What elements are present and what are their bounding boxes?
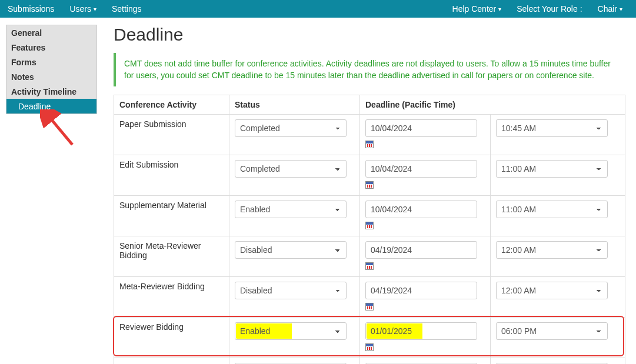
date-cell [360,276,491,317]
table-row: Supplementary MaterialEnabled11:00 AM [114,195,625,236]
activity-label: Reviewer Bidding [114,317,229,358]
time-select[interactable]: 10:45 AM [496,119,608,137]
calendar-icon[interactable] [365,343,374,351]
table-row: Edit SubmissionCompleted11:00 AM [114,155,625,195]
table-row: Meta-Review SubmissionDisabled12:00 AM [114,358,625,364]
calendar-icon[interactable] [365,222,374,229]
date-input[interactable] [365,241,477,259]
activity-label: Paper Submission [114,114,229,155]
nav-chair[interactable]: Chair▾ [590,0,630,18]
time-select[interactable]: 11:00 AM [496,201,608,218]
caret-down-icon: ▾ [498,6,501,12]
calendar-icon[interactable] [365,262,374,270]
status-cell: Completed [229,114,360,155]
status-select[interactable]: Disabled [235,241,347,259]
table-row: Meta-Reviewer BiddingDisabled12:00 AM [114,276,625,317]
date-input[interactable] [365,119,477,137]
settings-sidebar: GeneralFeaturesFormsNotesActivity Timeli… [6,25,97,364]
sidebar-item-forms[interactable]: Forms [6,55,96,69]
navbar-right: Help Center▾Select Your Role :Chair▾ [445,0,630,18]
status-cell: Disabled [229,236,360,276]
date-input[interactable] [365,322,477,340]
status-cell: Disabled [229,276,360,317]
date-input[interactable] [365,201,477,218]
status-select[interactable]: Completed [235,160,347,178]
time-cell: 12:00 AM [491,358,625,364]
time-cell: 06:00 PM [491,317,625,358]
sidebar-item-notes[interactable]: Notes [6,69,96,84]
deadline-table: Conference Activity Status Deadline (Pac… [114,95,625,364]
sidebar-item-activity-timeline[interactable]: Activity Timeline [6,84,96,99]
calendar-icon[interactable] [365,303,374,310]
sidebar-item-deadline[interactable]: Deadline [6,99,96,113]
time-cell: 12:00 AM [491,236,625,276]
activity-label: Meta-Review Submission [114,358,229,364]
nav-users[interactable]: Users▾ [62,0,104,18]
time-select[interactable]: 11:00 AM [496,160,608,178]
caret-down-icon: ▾ [620,6,622,12]
activity-label: Edit Submission [114,155,229,195]
navbar-left: SubmissionsUsers▾Settings [0,0,149,18]
info-banner: CMT does not add time buffer for confere… [114,53,625,86]
status-select[interactable]: Completed [235,119,347,137]
sidebar-item-features[interactable]: Features [6,40,96,55]
activity-label: Senior Meta-Reviewer Bidding [114,236,229,276]
main-content: Deadline CMT does not add time buffer fo… [97,25,636,364]
date-cell [360,317,491,358]
time-select[interactable]: 06:00 PM [496,322,608,340]
page-title: Deadline [114,25,625,45]
status-select[interactable]: Enabled [235,201,347,218]
nav-submissions[interactable]: Submissions [0,0,62,18]
table-row: Paper SubmissionCompleted10:45 AM [114,114,625,155]
time-cell: 12:00 AM [491,276,625,317]
table-row: Reviewer BiddingEnabled06:00 PM [114,317,625,358]
date-input[interactable] [365,282,477,299]
time-select[interactable]: 12:00 AM [496,282,608,299]
nav-settings[interactable]: Settings [104,0,149,18]
date-cell [360,358,491,364]
status-cell: Enabled [229,195,360,236]
date-cell [360,236,491,276]
date-cell [360,114,491,155]
header-deadline: Deadline (Pacific Time) [360,95,625,114]
nav-select-your-role[interactable]: Select Your Role : [509,0,590,18]
sidebar-item-general[interactable]: General [6,25,96,40]
top-navbar: SubmissionsUsers▾Settings Help Center▾Se… [0,0,636,18]
date-input[interactable] [365,160,477,178]
status-cell: Disabled [229,358,360,364]
header-status: Status [229,95,360,114]
table-row: Senior Meta-Reviewer BiddingDisabled12:0… [114,236,625,276]
calendar-icon[interactable] [365,181,374,189]
status-cell: Completed [229,155,360,195]
date-cell [360,155,491,195]
activity-label: Meta-Reviewer Bidding [114,276,229,317]
date-cell [360,195,491,236]
time-cell: 11:00 AM [491,195,625,236]
calendar-icon[interactable] [365,141,374,148]
caret-down-icon: ▾ [94,6,96,12]
activity-label: Supplementary Material [114,195,229,236]
time-cell: 10:45 AM [491,114,625,155]
time-select[interactable]: 12:00 AM [496,241,608,259]
time-cell: 11:00 AM [491,155,625,195]
status-select[interactable]: Disabled [235,282,347,299]
nav-help-center[interactable]: Help Center▾ [445,0,510,18]
status-select[interactable]: Enabled [235,322,347,340]
header-activity: Conference Activity [114,95,229,114]
status-cell: Enabled [229,317,360,358]
